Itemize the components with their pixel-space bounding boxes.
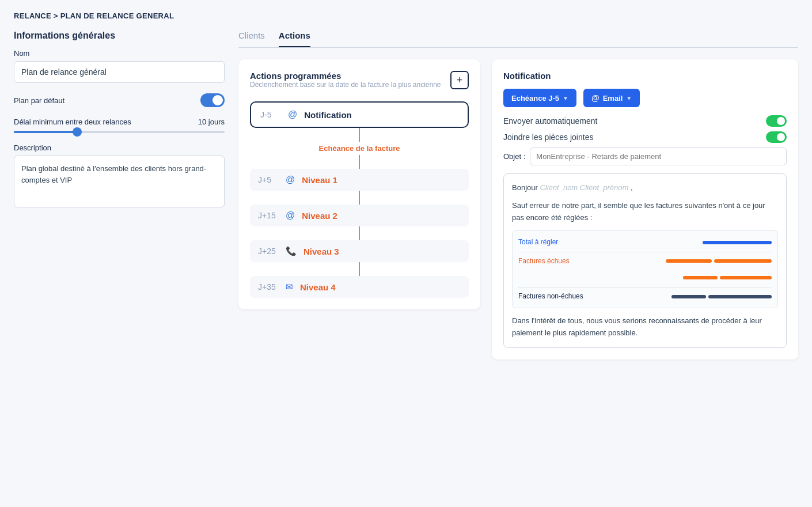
non-echues-bar1 [671, 295, 706, 298]
action-day-jp35: J+35 [258, 282, 279, 292]
channel-at-icon: @ [591, 93, 599, 103]
email-footer: Dans l'intérêt de tous, nous vous serion… [512, 315, 778, 339]
objet-label: Objet : [503, 152, 525, 161]
echues-bars [666, 259, 772, 263]
actions-column: Actions programmées Déclenchement basé s… [238, 59, 480, 309]
action-item-notification[interactable]: J-5 @ Notification [250, 101, 469, 128]
actions-timeline: J-5 @ Notification Echéance de la factur… [250, 101, 469, 298]
delai-value: 10 jours [198, 118, 225, 126]
connector-1 [359, 128, 360, 142]
total-label: Total à régler [518, 237, 558, 248]
phone-icon-niveau3: 📞 [286, 246, 297, 256]
auto-send-row: Envoyer automatiquement [503, 115, 787, 127]
email-table-preview: Total à régler Factures échues [512, 230, 778, 308]
table-row-echues2: - [518, 273, 772, 283]
email-icon-niveau1: @ [286, 175, 295, 185]
table-row-non-echues: Factures non-échues [518, 291, 772, 302]
notification-column: Notification Echéance J-5 ▼ @ Email ▼ E [492, 59, 798, 360]
action-item-niveau1[interactable]: J+5 @ Niveau 1 [250, 169, 469, 191]
auto-send-toggle[interactable] [766, 115, 787, 127]
table-row-echues: Factures échues [518, 256, 772, 267]
actions-subtitle: Déclenchement basé sur la date de la fac… [250, 81, 441, 89]
total-bars [703, 241, 772, 244]
delai-slider-track [14, 131, 225, 133]
tabs: Clients Actions [238, 31, 798, 48]
table-row-total: Total à régler [518, 237, 772, 248]
action-day-jp25: J+25 [258, 247, 279, 256]
client-nom-placeholder: Client_nom Client_prénom [540, 183, 628, 192]
echeance-divider: Echéance de la facture [319, 144, 400, 153]
action-item-niveau3[interactable]: J+25 📞 Niveau 3 [250, 240, 469, 262]
channel-chevron: ▼ [626, 95, 632, 101]
echues-bar4 [720, 276, 772, 279]
delai-label: Délai minimum entre deux relances [14, 118, 131, 126]
description-label: Description [14, 143, 225, 152]
actions-title: Actions programmées [250, 71, 441, 81]
echues-bar1 [666, 259, 712, 263]
delai-slider-thumb[interactable] [73, 127, 82, 137]
non-echues-bar2 [708, 295, 772, 298]
trigger-chevron: ▼ [563, 95, 568, 101]
trigger-label: Echéance J-5 [511, 94, 559, 103]
email-body: Bonjour Client_nom Client_prénom , Sauf … [503, 173, 787, 348]
action-item-niveau2[interactable]: J+15 @ Niveau 2 [250, 205, 469, 226]
plan-par-defaut-row: Plan par défaut [14, 93, 225, 107]
tab-actions[interactable]: Actions [279, 31, 310, 47]
section-title: Informations générales [14, 31, 225, 41]
notification-selectors: Echéance J-5 ▼ @ Email ▼ [503, 89, 787, 107]
echues-bar3 [683, 276, 718, 279]
connector-5 [359, 262, 360, 276]
breadcrumb: RELANCE > PLAN DE RELANCE GENERAL [14, 12, 798, 20]
channel-label: Email [603, 94, 623, 103]
left-panel: Informations générales Nom Plan par défa… [14, 31, 238, 207]
echues-label: Factures échues [518, 256, 570, 267]
notification-title: Notification [503, 71, 787, 81]
name-input[interactable] [14, 61, 225, 83]
divider-1 [518, 252, 772, 252]
email-icon-notification: @ [288, 109, 297, 120]
greeting-text: Bonjour [512, 183, 538, 192]
add-action-button[interactable]: + [450, 71, 469, 89]
attach-row: Joindre les pièces jointes [503, 131, 787, 143]
connector-4 [359, 226, 360, 240]
email-greeting: Bonjour Client_nom Client_prénom , [512, 182, 778, 194]
trigger-selector[interactable]: Echéance J-5 ▼ [503, 89, 576, 107]
right-content: Clients Actions Actions programmées Décl… [238, 31, 798, 360]
action-day-jm5: J-5 [260, 110, 281, 119]
action-name-niveau2: Niveau 2 [302, 211, 337, 221]
objet-row: Objet : [503, 147, 787, 165]
action-item-niveau4[interactable]: J+35 ✉ Niveau 4 [250, 276, 469, 298]
action-name-notification: Notification [304, 110, 352, 120]
auto-send-label: Envoyer automatiquement [503, 116, 597, 126]
tab-clients[interactable]: Clients [238, 31, 265, 47]
delai-slider-row: Délai minimum entre deux relances 10 jou… [14, 118, 225, 133]
objet-input[interactable] [530, 147, 787, 165]
name-label: Nom [14, 49, 225, 58]
echues-bars2 [683, 276, 772, 279]
attach-toggle[interactable] [766, 131, 787, 143]
total-bar [703, 241, 772, 244]
connector-3 [359, 191, 360, 205]
connector-2 [359, 155, 360, 169]
channel-selector[interactable]: @ Email ▼ [583, 89, 640, 107]
action-name-niveau3: Niveau 3 [303, 247, 339, 256]
content-columns: Actions programmées Déclenchement basé s… [238, 59, 798, 360]
plan-par-defaut-toggle[interactable] [200, 93, 225, 107]
action-name-niveau4: Niveau 4 [300, 282, 336, 292]
echues-bar2 [714, 259, 772, 263]
email-para1: Sauf erreur de notre part, il semble que… [512, 200, 778, 224]
non-echues-label: Factures non-échues [518, 291, 583, 302]
divider-2 [518, 287, 772, 287]
action-day-jp15: J+15 [258, 211, 279, 220]
non-echues-bars [671, 295, 772, 298]
attach-label: Joindre les pièces jointes [503, 133, 593, 142]
plan-par-defaut-label: Plan par défaut [14, 96, 64, 105]
action-name-niveau1: Niveau 1 [302, 175, 337, 185]
action-day-jp5: J+5 [258, 175, 279, 184]
letter-icon-niveau4: ✉ [286, 282, 293, 292]
email-icon-niveau2: @ [286, 210, 295, 221]
delai-slider-fill [14, 131, 77, 133]
description-text: Plan global destiné à l'ensemble des cli… [14, 156, 225, 207]
